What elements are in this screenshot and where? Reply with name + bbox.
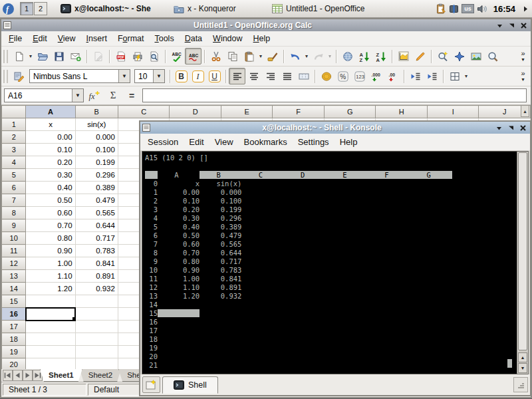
row-header-4[interactable]: 4 [2, 156, 26, 169]
cell-A2[interactable]: 0.00 [26, 131, 75, 144]
print-button[interactable] [129, 48, 146, 65]
workspace-button-2[interactable]: 2 [34, 2, 47, 15]
panel-hide-arrow-icon[interactable] [521, 5, 530, 13]
cell-B9[interactable]: 0.644 [75, 219, 118, 232]
menu-settings[interactable]: Settings [293, 136, 334, 148]
cell-A16[interactable] [26, 308, 75, 321]
menu-session[interactable]: Session [142, 136, 184, 148]
paste-dropdown[interactable]: ▾ [257, 49, 264, 65]
scrollbar-down-button[interactable]: ▼ [518, 363, 527, 373]
sheet-tab-sheet2[interactable]: Sheet2 [80, 369, 121, 382]
save-button[interactable] [51, 48, 67, 65]
gallery-button[interactable] [467, 48, 484, 65]
cell-B13[interactable]: 0.891 [75, 270, 118, 283]
menu-window[interactable]: Window [207, 33, 247, 45]
add-decimal-button[interactable]: .000 [368, 68, 384, 84]
menu-edit[interactable]: Edit [184, 136, 209, 148]
redo-button[interactable] [310, 48, 327, 65]
row-header-16[interactable]: 16 [2, 308, 26, 321]
column-header-D[interactable]: D [170, 106, 221, 118]
cell-A6[interactable]: 0.40 [26, 182, 75, 194]
row-header-19[interactable]: 19 [2, 346, 26, 358]
column-header-B[interactable]: B [75, 106, 118, 118]
function-wizard-button[interactable]: fx [86, 88, 102, 104]
cell-B11[interactable]: 0.783 [75, 245, 118, 257]
cell-A5[interactable]: 0.30 [26, 169, 75, 182]
row-header-8[interactable]: 8 [2, 207, 26, 219]
column-header-I[interactable]: I [427, 106, 479, 118]
scrollbar-up-button[interactable]: ▲ [518, 352, 527, 362]
borders-dropdown[interactable]: ▾ [463, 68, 469, 84]
nav-next-button[interactable] [23, 370, 33, 381]
cell-B15[interactable] [75, 295, 118, 308]
cell-B1[interactable]: sin(x) [75, 118, 118, 131]
minimize-button[interactable] [493, 124, 504, 132]
decrease-indent-button[interactable] [407, 68, 424, 84]
row-header-17[interactable]: 17 [2, 321, 26, 333]
toolbar-handle[interactable] [3, 50, 8, 63]
menu-format[interactable]: Format [112, 33, 150, 45]
function-button[interactable]: = [124, 88, 140, 104]
new-document-dropdown[interactable]: ▾ [27, 49, 34, 65]
maximize-button[interactable] [505, 124, 516, 132]
zoom-button[interactable] [484, 48, 501, 65]
cell-B16[interactable] [75, 308, 118, 321]
cell-A4[interactable]: 0.20 [26, 156, 75, 169]
row-header-1[interactable]: 1 [2, 118, 26, 131]
currency-button[interactable] [318, 68, 334, 84]
cell-B10[interactable]: 0.717 [75, 232, 118, 245]
align-left-button[interactable] [229, 68, 245, 84]
row-header-9[interactable]: 9 [2, 219, 26, 232]
konsole-titlebar[interactable]: x@localhost:~ - Shell - Konsole [140, 122, 530, 134]
draw-functions-button[interactable] [412, 48, 428, 65]
navigator-button[interactable] [451, 48, 467, 65]
row-header-2[interactable]: 2 [2, 131, 26, 144]
menu-bookmarks[interactable]: Bookmarks [239, 136, 293, 148]
panel-clock[interactable]: 16:54 [490, 4, 519, 14]
menu-edit[interactable]: Edit [27, 33, 53, 45]
calc-titlebar[interactable]: Untitled1 - OpenOffice.org Calc [1, 19, 531, 31]
increase-indent-button[interactable] [424, 68, 440, 84]
cell-B3[interactable]: 0.100 [75, 144, 118, 156]
column-header-G[interactable]: G [324, 106, 376, 118]
start-menu-icon[interactable]: f [2, 3, 15, 15]
workspace-button-1[interactable]: 1 [20, 2, 33, 15]
cell-B17[interactable] [75, 321, 118, 333]
auto-spellcheck-button[interactable]: ABC [185, 48, 201, 65]
format-paintbrush-button[interactable] [264, 48, 281, 65]
taskbar-item-3[interactable]: Untitled1 - OpenOffice [268, 1, 416, 16]
terminal-scrollbar[interactable]: ▲ ▼ [517, 152, 528, 374]
font-name-dropdown[interactable]: ▼ [118, 70, 130, 82]
borders-button[interactable] [446, 68, 463, 84]
cell-A3[interactable]: 0.10 [26, 144, 75, 156]
nav-prev-button[interactable] [13, 370, 23, 381]
page-preview-button[interactable] [146, 48, 162, 65]
cell-B12[interactable]: 0.841 [75, 257, 118, 270]
cell-A14[interactable]: 1.20 [26, 283, 75, 295]
row-header-7[interactable]: 7 [2, 194, 26, 207]
session-tab-shell[interactable]: Shell [162, 376, 218, 394]
scrollbar-thumb[interactable] [518, 152, 527, 350]
spellcheck-button[interactable]: ABC [168, 48, 185, 65]
cell-A20[interactable] [26, 358, 75, 370]
cell-A12[interactable]: 1.00 [26, 257, 75, 270]
cell-A11[interactable]: 0.90 [26, 245, 75, 257]
copy-button[interactable] [224, 48, 241, 65]
row-header-5[interactable]: 5 [2, 169, 26, 182]
menu-tools[interactable]: Tools [149, 33, 179, 45]
undo-dropdown[interactable]: ▾ [303, 49, 310, 65]
menu-data[interactable]: Data [180, 33, 207, 45]
font-size-combo[interactable]: 10▼ [134, 69, 165, 83]
formula-input[interactable] [142, 88, 527, 102]
keyboard-layout[interactable]: us [462, 4, 474, 13]
cell-B6[interactable]: 0.389 [75, 182, 118, 194]
menu-view[interactable]: View [209, 136, 239, 148]
row-header-6[interactable]: 6 [2, 182, 26, 194]
column-header-A[interactable]: A [26, 106, 75, 118]
font-size-dropdown[interactable]: ▼ [153, 70, 164, 82]
taskbar-item-2[interactable]: x - Konqueror [170, 1, 268, 16]
row-header-20[interactable]: 20 [2, 358, 26, 370]
cut-button[interactable] [207, 48, 224, 65]
cell-A19[interactable] [26, 346, 75, 358]
row-header-10[interactable]: 10 [2, 232, 26, 245]
